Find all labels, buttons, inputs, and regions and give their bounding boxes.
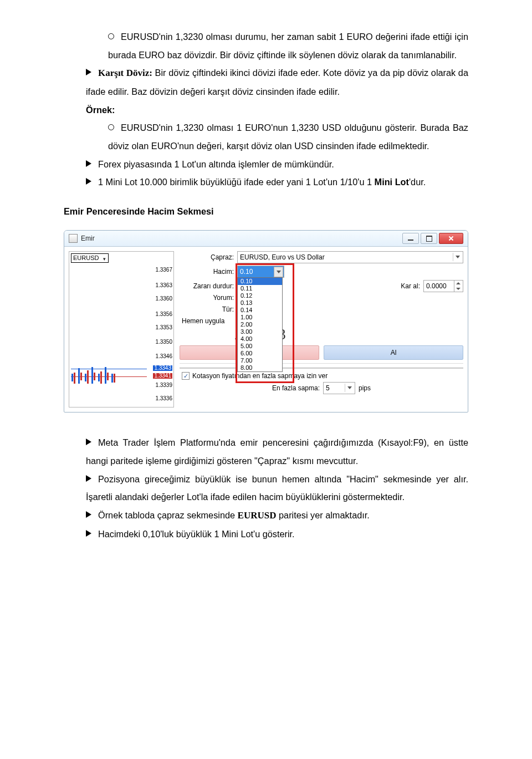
- window-title: Emir: [81, 235, 95, 242]
- bullet-circle-icon: [108, 33, 114, 39]
- tick-label: 1.3356: [155, 312, 172, 317]
- titlebar: Emir: [64, 231, 468, 247]
- text: Pozisyona gireceğimiz büyüklük ise bunun…: [86, 474, 468, 502]
- bullet-triangle-icon: [86, 69, 91, 75]
- hacim-option[interactable]: 0.10: [238, 278, 282, 285]
- buy-button[interactable]: Al: [324, 345, 463, 360]
- hacim-value: 0.10: [240, 268, 253, 275]
- deviation-label: Kotasyon fiyatından en fazla sapmaya izi…: [192, 373, 328, 379]
- label-tur: Tür:: [180, 306, 237, 313]
- buy-label: Al: [391, 349, 397, 356]
- bullet-triangle-icon: [86, 511, 91, 518]
- text-bold: Mini Lot: [375, 177, 409, 187]
- symbol-selector[interactable]: EURUSD ▾: [71, 253, 109, 263]
- paragraph: Örnek tabloda çapraz sekmesinde EURUSD p…: [86, 506, 468, 525]
- app-icon: [69, 234, 78, 243]
- kar-value: 0.0000: [426, 283, 447, 289]
- label-pips: pips: [359, 385, 371, 391]
- hacim-option[interactable]: 4.00: [238, 335, 282, 343]
- bullet-triangle-icon: [86, 178, 91, 185]
- close-button[interactable]: [439, 233, 463, 244]
- price-chart: EURUSD ▾ 1.3367 1.3363 1.3360 1.3356 1.3…: [69, 251, 174, 407]
- tick-label: 1.3350: [155, 339, 172, 345]
- hacim-option[interactable]: 0.13: [238, 299, 282, 307]
- paragraph: 1 Mini Lot 10.000 birimlik büyüklüğü ifa…: [86, 173, 468, 191]
- kar-input[interactable]: 0.0000: [423, 280, 463, 292]
- hacim-dropdown[interactable]: 0.100.110.120.130.141.002.003.004.005.00…: [237, 277, 283, 372]
- tick-label: 1.3363: [155, 283, 172, 288]
- paragraph: Meta Trader İşlem Platformu'nda emir pen…: [86, 434, 468, 470]
- bullet-triangle-icon: [86, 530, 91, 537]
- price-badge-bid: 1.3343: [153, 365, 172, 371]
- text: paritesi yer almaktadır.: [277, 510, 370, 520]
- sapma-value: 5: [326, 385, 330, 391]
- text-bold: Karşıt Döviz:: [98, 68, 152, 78]
- bullet-triangle-icon: [86, 160, 91, 167]
- hacim-option[interactable]: 6.00: [238, 350, 282, 357]
- hacim-option[interactable]: 0.11: [238, 285, 282, 292]
- price-badge-ask: 1.3341: [153, 373, 172, 379]
- capraz-select[interactable]: EURUSD, Euro vs US Dollar: [237, 251, 463, 263]
- label-yorum: Yorum:: [180, 294, 237, 301]
- maximize-button[interactable]: [421, 233, 437, 244]
- hacim-option[interactable]: 2.00: [238, 321, 282, 328]
- text: Örnek tabloda çapraz sekmesinde: [98, 510, 238, 520]
- hacim-option[interactable]: 0.14: [238, 307, 282, 314]
- text: EURUSD'nin 1,3230 olması durumu, her zam…: [108, 32, 468, 60]
- bullet-triangle-icon: [86, 475, 91, 482]
- capraz-value: EURUSD, Euro vs US Dollar: [240, 254, 325, 261]
- label-hacim: Hacim:: [180, 268, 237, 275]
- tick-label: 1.3336: [155, 396, 172, 401]
- tick-label: 1.3339: [155, 383, 172, 388]
- bullet-circle-icon: [108, 124, 114, 130]
- hacim-option[interactable]: 7.00: [238, 357, 282, 364]
- hacim-combobox[interactable]: 0.10: [237, 266, 284, 278]
- tick-label: 1.3360: [155, 296, 172, 302]
- label-sapma: En fazla sapma:: [272, 385, 323, 391]
- label-zarar: Zararı durdur:: [180, 283, 237, 289]
- tick-label: 1.3367: [155, 267, 172, 273]
- text: Forex piyasasında 1 Lot'un altında işlem…: [98, 159, 334, 169]
- text: Meta Trader İşlem Platformu'nda emir pen…: [86, 437, 468, 466]
- label-capraz: Çapraz:: [180, 254, 237, 261]
- label-hemen: Hemen uygula: [180, 318, 228, 324]
- text: 'dur.: [409, 177, 426, 187]
- paragraph: Hacimdeki 0,10'luk büyüklük 1 Mini Lot'u…: [86, 525, 468, 543]
- symbol-label: EURUSD: [73, 255, 99, 261]
- text-bold: EURUSD: [238, 510, 277, 521]
- tick-label: 1.3353: [155, 325, 172, 330]
- text: Hacimdeki 0,10'luk büyüklük 1 Mini Lot'u…: [98, 529, 295, 539]
- hacim-option[interactable]: 5.00: [238, 343, 282, 350]
- label-ornek: Örnek:: [86, 101, 468, 119]
- tick-label: 1.3346: [155, 354, 172, 359]
- section-heading: Emir Penceresinde Hacim Sekmesi: [64, 202, 468, 221]
- hacim-option[interactable]: 3.00: [238, 328, 282, 335]
- deviation-checkbox[interactable]: [182, 372, 190, 380]
- paragraph: EURUSD'nin 1,3230 olması durumu, her zam…: [108, 28, 468, 64]
- paragraph: Karşıt Döviz: Bir döviz çiftindeki ikinc…: [86, 64, 468, 101]
- paragraph: EURUSD'nin 1,3230 olması 1 EURO'nun 1,32…: [108, 119, 468, 155]
- hacim-option[interactable]: 1.00: [238, 314, 282, 321]
- hacim-option[interactable]: 0.12: [238, 292, 282, 299]
- paragraph: Forex piyasasında 1 Lot'un altında işlem…: [86, 155, 468, 174]
- minimize-button[interactable]: [402, 233, 419, 244]
- text-bold: Örnek:: [86, 105, 115, 115]
- paragraph: Pozisyona gireceğimiz büyüklük ise bunun…: [86, 470, 468, 506]
- hacim-option[interactable]: 8.00: [238, 364, 282, 371]
- order-form: Çapraz: EURUSD, Euro vs US Dollar Hacim:…: [180, 251, 463, 407]
- bullet-triangle-icon: [86, 439, 91, 445]
- order-window: Emir EURUSD ▾ 1.3367 1.3363 1.3360 1.335…: [64, 230, 468, 412]
- text: 1 Mini Lot 10.000 birimlik büyüklüğü ifa…: [98, 177, 375, 187]
- sapma-combobox[interactable]: 5: [323, 382, 355, 394]
- text: EURUSD'nin 1,3230 olması 1 EURO'nun 1,32…: [108, 123, 468, 151]
- label-kar: Kar al:: [387, 283, 423, 289]
